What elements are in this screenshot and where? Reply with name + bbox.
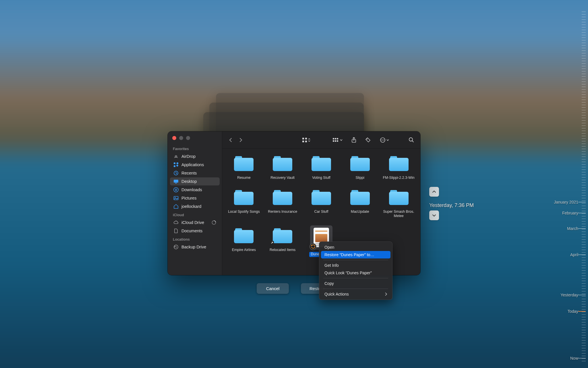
sidebar-item-documents[interactable]: Documents — [170, 227, 220, 235]
timeline-tick — [582, 74, 586, 74]
menu-item-copy[interactable]: Copy — [321, 280, 390, 287]
svg-rect-12 — [302, 138, 304, 139]
timeline-tick — [582, 343, 586, 343]
timeline[interactable]: January 2021 February March April Yester… — [548, 12, 588, 356]
timeline-tick — [582, 348, 586, 348]
pictures-icon — [173, 195, 179, 201]
timeline-tick — [582, 314, 586, 315]
timeline-tick — [582, 14, 586, 15]
timeline-tick — [582, 61, 586, 61]
folder-macupdate[interactable]: MacUpdate — [341, 187, 379, 218]
timeline-tick — [582, 288, 586, 289]
sidebar-section-heading: Locations — [168, 235, 222, 243]
folder-slippi[interactable]: Slippi — [341, 153, 379, 180]
timeline-tick — [582, 332, 586, 333]
menu-item-restore-dunes-paper-to[interactable]: Restore “Dunes Paper” to… — [321, 251, 390, 258]
timeline-tick — [582, 356, 586, 356]
timeline-tick — [582, 291, 586, 292]
file-label: Local Spotify Songs — [228, 210, 260, 214]
timeline-tick — [582, 206, 586, 206]
timeline-tick — [582, 330, 586, 330]
sidebar-item-downloads[interactable]: Downloads — [170, 186, 220, 194]
sidebar-item-desktop[interactable]: Desktop — [170, 177, 220, 185]
tags-button[interactable] — [363, 135, 373, 145]
timeline-tick — [582, 110, 586, 110]
timeline-tick — [582, 252, 586, 253]
group-button[interactable] — [330, 136, 345, 144]
sidebar-item-label: Pictures — [181, 196, 196, 200]
zoom-button[interactable] — [186, 136, 190, 140]
close-button[interactable] — [172, 136, 176, 140]
menu-item-quick-look-dunes-paper[interactable]: Quick Look “Dunes Paper” — [321, 269, 390, 277]
timeline-tick — [582, 327, 586, 328]
sidebar-item-recents[interactable]: Recents — [170, 169, 220, 177]
sync-progress-icon — [212, 220, 216, 225]
sidebar-item-joellockard[interactable]: joellockard — [170, 202, 220, 210]
share-button[interactable] — [349, 135, 359, 145]
menu-item-label: Get Info — [324, 263, 339, 268]
timeline-tick — [582, 89, 586, 90]
folder-fm-slippi-2-2-3-win[interactable]: FM-Slippi-2.2.3-Win — [379, 153, 418, 180]
folder-renters-insurance[interactable]: Renters Insurance — [263, 187, 302, 218]
timeline-tick — [582, 234, 586, 235]
folder-local-spotify-songs[interactable]: Local Spotify Songs — [225, 187, 263, 218]
action-button[interactable] — [378, 135, 391, 145]
timeline-tick — [582, 242, 586, 242]
timeline-tick — [582, 312, 586, 312]
menu-item-get-info[interactable]: Get Info — [321, 262, 390, 269]
timeline-tick — [582, 45, 586, 46]
timemachine-icon — [173, 244, 179, 250]
timeline-tick — [582, 187, 586, 188]
timeline-tick — [582, 164, 586, 165]
folder-icon — [350, 156, 370, 171]
timeline-tick — [582, 180, 586, 180]
file-label: Slippi — [356, 176, 365, 180]
view-icons-button[interactable] — [300, 136, 313, 144]
timeline-tick — [582, 48, 586, 48]
svg-rect-14 — [302, 141, 304, 142]
svg-rect-2 — [177, 162, 178, 164]
folder-icon — [350, 189, 370, 205]
cancel-button[interactable]: Cancel — [257, 283, 289, 294]
sidebar-item-applications[interactable]: Applications — [170, 161, 220, 169]
back-button[interactable] — [226, 136, 235, 144]
timeline-tick — [582, 185, 586, 185]
timeline-tick — [582, 123, 586, 123]
snapshot-prev-button[interactable] — [429, 187, 439, 197]
menu-item-quick-actions[interactable]: Quick Actions — [321, 290, 390, 298]
snapshot-next-button[interactable] — [429, 210, 439, 220]
folder-icon — [389, 156, 409, 171]
folder-resume[interactable]: Resume — [225, 153, 263, 180]
sidebar-item-icloud-drive[interactable]: iCloud Drive — [170, 218, 220, 227]
folder-voting-stuff[interactable]: Voting Stuff — [302, 153, 341, 180]
menu-separator — [323, 278, 388, 278]
sidebar-item-backup-drive[interactable]: Backup Drive — [170, 243, 220, 251]
sidebar-item-pictures[interactable]: Pictures — [170, 194, 220, 202]
folder-recovery-vault[interactable]: Recovery Vault — [263, 153, 302, 180]
timeline-tick — [582, 128, 586, 129]
minimize-button[interactable] — [179, 136, 183, 140]
window-controls — [168, 134, 222, 145]
timeline-tick — [582, 58, 586, 59]
menu-item-open[interactable]: Open — [321, 244, 390, 251]
folder-super-smash-bros-melee[interactable]: Super Smash Bros. Melee — [379, 187, 418, 218]
folder-relocated-items[interactable]: Relocated Items — [263, 225, 302, 257]
snapshot-timestamp: Yesterday, 7:36 PM — [429, 202, 474, 208]
svg-rect-6 — [175, 183, 177, 183]
sidebar-item-airdrop[interactable]: AirDrop — [170, 152, 220, 160]
forward-button[interactable] — [237, 136, 245, 144]
timeline-tick — [582, 218, 586, 219]
svg-rect-16 — [333, 138, 334, 139]
timeline-tick — [582, 99, 586, 100]
timeline-tick — [582, 138, 586, 139]
timeline-tick — [582, 278, 586, 279]
svg-rect-5 — [174, 180, 178, 183]
restore-badge-icon — [310, 243, 316, 250]
folder-car-stuff[interactable]: Car Stuff — [302, 187, 341, 218]
search-button[interactable] — [406, 135, 416, 144]
timeline-label: Yesterday — [560, 293, 578, 297]
svg-rect-21 — [337, 140, 338, 142]
folder-empire-airlines[interactable]: Empire Airlines — [225, 225, 263, 257]
svg-rect-17 — [335, 138, 336, 139]
timeline-label: Today — [568, 309, 578, 314]
